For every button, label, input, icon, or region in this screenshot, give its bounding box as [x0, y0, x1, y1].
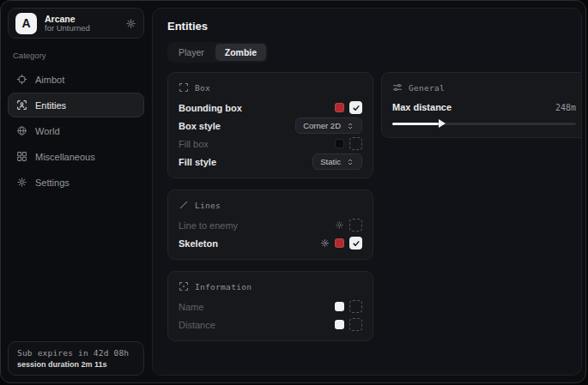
sidebar-item-label: Settings: [35, 177, 70, 188]
app-meta: Arcane for Unturned: [45, 14, 118, 33]
main-panel: Entities Player Zombie Box Bounding box: [152, 8, 582, 376]
diagonal-line-icon: [179, 200, 189, 210]
tab-zombie[interactable]: Zombie: [215, 44, 266, 61]
color-swatch[interactable]: [335, 320, 344, 329]
setting-row-fill-box: Fill box: [179, 135, 362, 153]
sidebar: A Arcane for Unturned Category Aimbot: [1, 1, 151, 382]
app-subtitle: for Unturned: [45, 24, 118, 33]
gear-icon[interactable]: [125, 18, 136, 29]
scan-person-icon: [16, 99, 27, 111]
card-title: Box: [195, 83, 210, 93]
app-header-card: A Arcane for Unturned: [8, 8, 144, 39]
sub-expiry-text: Sub expires in 42d 08h: [17, 348, 135, 358]
lines-card: Lines Line to enemy Skeleton: [167, 189, 373, 260]
sidebar-item-settings[interactable]: Settings: [8, 170, 144, 195]
sidebar-item-label: Miscellaneous: [35, 152, 95, 162]
card-title: General: [409, 83, 445, 93]
information-card: Information Name Distance: [167, 271, 373, 341]
dropdown-value: Static: [320, 157, 341, 166]
setting-label: Fill style: [179, 157, 307, 167]
app-name: Arcane: [45, 14, 118, 24]
checkbox-checked[interactable]: [349, 237, 362, 250]
lines-card-header: Lines: [179, 197, 362, 213]
sidebar-item-label: World: [35, 126, 60, 136]
setting-label: Bounding box: [179, 103, 330, 113]
category-label: Category: [13, 51, 139, 60]
color-swatch[interactable]: [335, 238, 344, 248]
crosshair-icon: [16, 74, 27, 85]
slider-value: 248m: [555, 103, 576, 112]
page-title: Entities: [167, 20, 567, 33]
tab-player[interactable]: Player: [169, 44, 214, 61]
setting-label: Name: [179, 302, 330, 312]
checkbox-unchecked[interactable]: [349, 300, 362, 313]
sidebar-nav: Aimbot Entities World Miscellaneous: [8, 67, 144, 195]
box-card-header: Box: [179, 80, 362, 95]
fill-style-dropdown[interactable]: Static: [312, 153, 362, 170]
globe-icon: [16, 125, 27, 136]
setting-label: Skeleton: [179, 238, 315, 249]
setting-row-distance: Distance: [179, 316, 362, 334]
sidebar-item-label: Entities: [35, 100, 66, 111]
general-card-header: General: [392, 80, 576, 95]
color-swatch[interactable]: [335, 139, 344, 148]
app-window: A Arcane for Unturned Category Aimbot: [0, 0, 586, 383]
box-style-dropdown[interactable]: Corner 2D: [295, 117, 362, 134]
box-corners-icon: [179, 82, 189, 93]
max-distance-slider[interactable]: [392, 123, 576, 125]
right-column: General Max distance 248m: [381, 72, 582, 138]
setting-label: Line to enemy: [179, 220, 330, 231]
sliders-icon: [392, 82, 403, 93]
session-duration-text: session duration 2m 11s: [17, 360, 135, 369]
entity-tabs: Player Zombie: [167, 42, 268, 63]
setting-row-fill-style: Fill style Static: [179, 153, 362, 171]
setting-label: Box style: [179, 121, 290, 131]
setting-row-line-to-enemy: Line to enemy: [179, 216, 362, 234]
max-distance-row: Max distance 248m: [392, 99, 576, 116]
box-card: Box Bounding box Box style Corner 2D: [167, 72, 373, 178]
setting-row-bounding-box: Bounding box: [179, 99, 362, 117]
setting-label: Distance: [179, 320, 330, 330]
settings-gear-icon: [16, 177, 27, 188]
color-swatch[interactable]: [335, 302, 344, 311]
card-title: Lines: [195, 201, 221, 210]
subscription-card: Sub expires in 42d 08h session duration …: [8, 341, 144, 376]
chevron-updown-icon: [346, 158, 355, 166]
checkbox-unchecked[interactable]: [349, 137, 362, 150]
row-settings-gear-icon[interactable]: [335, 220, 344, 230]
app-logo: A: [15, 13, 37, 34]
card-title: Information: [195, 282, 252, 292]
chevron-updown-icon: [346, 122, 355, 130]
sidebar-item-aimbot[interactable]: Aimbot: [8, 67, 144, 92]
setting-row-skeleton: Skeleton: [179, 234, 362, 252]
slider-handle[interactable]: [439, 119, 446, 128]
color-swatch[interactable]: [335, 103, 344, 112]
left-column: Box Bounding box Box style Corner 2D: [167, 72, 373, 341]
setting-label: Fill box: [179, 139, 330, 149]
general-card: General Max distance 248m: [381, 72, 582, 138]
info-scan-icon: [179, 281, 189, 292]
grid-icon: [16, 151, 27, 162]
content-columns: Box Bounding box Box style Corner 2D: [167, 72, 567, 341]
checkbox-unchecked[interactable]: [349, 318, 362, 331]
row-settings-gear-icon[interactable]: [320, 238, 330, 248]
information-card-header: Information: [179, 279, 362, 294]
slider-fill: [392, 123, 439, 125]
sidebar-item-entities[interactable]: Entities: [8, 93, 144, 117]
dropdown-value: Corner 2D: [303, 121, 341, 130]
setting-row-name: Name: [179, 298, 362, 316]
slider-label: Max distance: [392, 102, 555, 112]
sidebar-item-miscellaneous[interactable]: Miscellaneous: [8, 144, 144, 169]
checkbox-checked[interactable]: [349, 101, 362, 114]
sidebar-item-label: Aimbot: [35, 75, 64, 85]
checkbox-unchecked[interactable]: [349, 219, 362, 232]
sidebar-item-world[interactable]: World: [8, 118, 144, 143]
setting-row-box-style: Box style Corner 2D: [179, 117, 362, 135]
